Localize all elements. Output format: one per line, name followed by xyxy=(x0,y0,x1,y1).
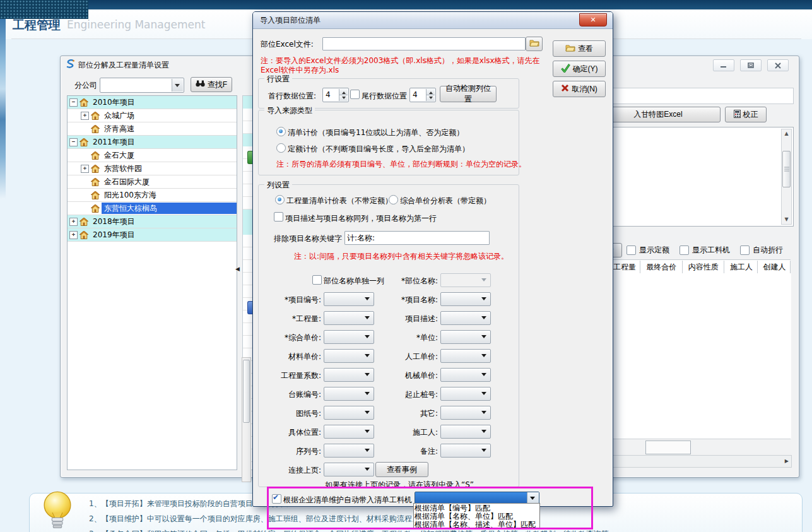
checkbox-icon[interactable] xyxy=(740,245,750,255)
last-row-checkbox[interactable] xyxy=(350,90,360,99)
chevron-down-icon[interactable] xyxy=(172,79,183,92)
tree-expander-icon[interactable]: + xyxy=(81,112,89,120)
dropdown-option[interactable]: 根据清单【名称、单位】匹配 xyxy=(414,512,539,520)
column-header[interactable]: 最终合价 xyxy=(640,261,682,274)
close-icon[interactable] xyxy=(767,59,789,71)
column-select[interactable] xyxy=(440,425,491,439)
checkbox-icon[interactable] xyxy=(680,245,689,255)
quota-pricing-label: 定额计价（不判断项目编号长度，导入后全部为清单） xyxy=(288,144,469,155)
tree-indent xyxy=(68,168,81,169)
checkbox-icon[interactable] xyxy=(627,245,636,255)
maximize-button[interactable] xyxy=(740,59,762,71)
dialog-titlebar[interactable]: 导入项目部位清单 xyxy=(253,12,613,29)
spin-up-icon[interactable] xyxy=(426,89,435,95)
scroll-up-icon[interactable]: ▲ xyxy=(782,129,791,138)
branch-select[interactable] xyxy=(100,78,184,93)
scroll-right-icon[interactable]: ▶ xyxy=(785,458,789,464)
ok-button[interactable]: 确定(Y) xyxy=(553,61,606,77)
column-select[interactable] xyxy=(440,311,491,325)
tree-expander-icon[interactable]: − xyxy=(69,98,78,107)
tree-item[interactable]: −2011年项目 xyxy=(68,136,237,149)
exclude-keywords-input[interactable] xyxy=(344,231,490,245)
auto-detect-button[interactable]: 自动检测列位置 xyxy=(440,86,497,102)
column-select[interactable] xyxy=(324,330,374,344)
column-header[interactable]: 创建人 xyxy=(758,261,791,274)
field-label: 具体位置: xyxy=(254,427,321,438)
column-header[interactable]: 内容性质 xyxy=(683,261,724,274)
collapse-pane-arrow[interactable]: ◀ xyxy=(235,266,240,272)
exclude-label: 排除项目名称关键字 xyxy=(274,233,342,244)
calculator-icon xyxy=(734,110,741,120)
house-icon xyxy=(91,204,100,213)
tree-item[interactable]: 金石国际大厦 xyxy=(68,175,237,189)
view-button[interactable]: 查看 xyxy=(553,40,606,57)
horizontal-scrollbar[interactable]: ▶ xyxy=(600,455,792,468)
spin-down-icon[interactable] xyxy=(339,95,348,101)
view-example-button[interactable]: 查看事例 xyxy=(375,462,428,477)
search-button[interactable]: 查找F xyxy=(191,77,232,92)
boq-table-radio[interactable] xyxy=(275,195,285,204)
column-select[interactable] xyxy=(324,425,374,439)
tree-expander-icon[interactable]: + xyxy=(69,218,78,226)
display-option[interactable]: 显示定额 xyxy=(627,245,669,256)
scroll-down-icon[interactable]: ▼ xyxy=(782,215,791,224)
list-pricing-radio[interactable] xyxy=(276,127,286,136)
column-select[interactable] xyxy=(324,387,374,401)
column-header[interactable]: 施工人 xyxy=(724,261,758,274)
house-icon xyxy=(79,231,88,239)
column-select[interactable] xyxy=(440,349,491,363)
middle-vertical-scrollbar[interactable] xyxy=(242,357,251,482)
tree-item[interactable]: 东营恒大棕榈岛 xyxy=(68,202,237,215)
column-select[interactable] xyxy=(324,292,374,306)
tree-item[interactable]: +2018年项目 xyxy=(68,215,237,228)
tree-item[interactable]: +东营软件园 xyxy=(68,162,237,175)
column-select[interactable] xyxy=(440,330,491,344)
auto-import-checkbox[interactable] xyxy=(272,494,281,504)
column-select[interactable] xyxy=(440,444,491,458)
verify-button[interactable]: 校正 xyxy=(725,107,767,122)
quota-pricing-radio[interactable] xyxy=(276,143,286,153)
first-row-spinner[interactable]: 4 xyxy=(322,88,349,102)
last-row-spinner[interactable]: 4 xyxy=(409,88,436,102)
column-select[interactable] xyxy=(324,368,374,382)
file-path-input[interactable] xyxy=(322,37,526,50)
footer-input[interactable] xyxy=(645,440,691,454)
column-select[interactable] xyxy=(440,406,491,420)
spin-up-icon[interactable] xyxy=(339,89,348,95)
column-select[interactable] xyxy=(324,349,374,363)
dropdown-option[interactable]: 根据清单【名称、描述、单位】匹配 xyxy=(414,520,539,528)
column-select[interactable] xyxy=(440,387,491,401)
analysis-table-radio[interactable] xyxy=(389,195,398,204)
house-icon xyxy=(91,151,100,160)
display-option[interactable]: 显示工料机 xyxy=(680,245,730,256)
column-select[interactable] xyxy=(324,311,374,325)
column-select[interactable] xyxy=(324,444,374,458)
tree-item[interactable]: 济青高速 xyxy=(68,122,237,136)
tree-item-label: 金石大厦 xyxy=(102,150,137,161)
tree-expander-icon[interactable]: − xyxy=(69,138,78,146)
column-select[interactable] xyxy=(440,368,491,382)
tree-item[interactable]: +众城广场 xyxy=(68,109,237,122)
column-select[interactable] xyxy=(440,292,491,306)
tree-item[interactable]: 金石大厦 xyxy=(68,149,237,162)
gantt-excel-button[interactable]: 入甘特图Excel xyxy=(596,107,721,122)
spin-down-icon[interactable] xyxy=(426,95,435,101)
panel-scrollbar[interactable]: ▲ ▼ xyxy=(781,129,792,225)
link-prev-select[interactable] xyxy=(324,463,374,476)
tree-item[interactable]: −2010年项目 xyxy=(68,96,237,109)
cancel-button[interactable]: 取消(N) xyxy=(553,81,606,97)
browse-button[interactable] xyxy=(526,37,543,51)
display-option[interactable]: 自动折行 xyxy=(740,245,783,256)
lightbulb-icon xyxy=(40,490,74,532)
minimize-button[interactable] xyxy=(713,59,734,71)
window-caption: 部位分解及工程量清单设置 xyxy=(66,59,169,71)
tree-expander-icon[interactable]: + xyxy=(69,231,78,239)
tree-item[interactable]: 阳光100东方海 xyxy=(68,189,237,202)
tree-expander-icon[interactable]: + xyxy=(81,165,89,173)
standalone-part-checkbox[interactable] xyxy=(312,275,322,285)
dialog-close-button[interactable]: ✕ xyxy=(579,13,607,27)
same-column-checkbox[interactable] xyxy=(274,212,283,222)
tree-item[interactable]: +2019年项目 xyxy=(68,228,237,242)
dropdown-option[interactable]: 根据清单【编号】匹配 xyxy=(414,504,539,512)
column-select[interactable] xyxy=(324,406,374,420)
